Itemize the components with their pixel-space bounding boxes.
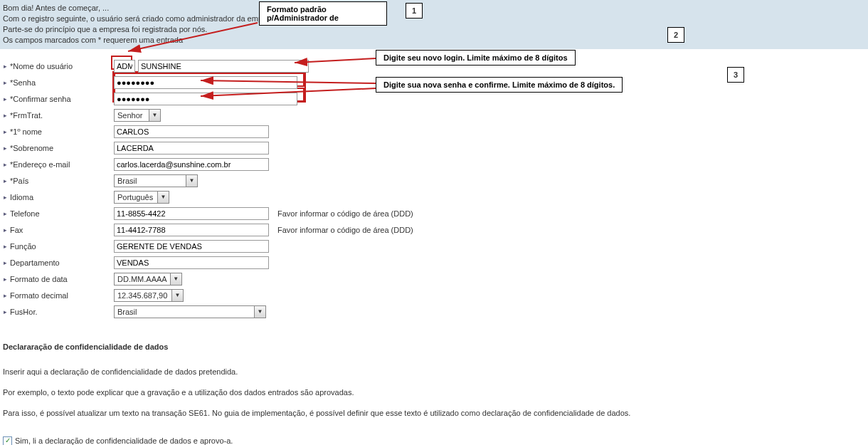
dropdown-icon: ▼ [157,192,169,203]
label-country: *País [7,177,114,185]
department-input[interactable] [114,256,269,269]
label-language: Idioma [7,193,114,201]
fax-hint: Favor informar o código de área (DDD) [277,226,413,234]
accept-checkbox[interactable]: ✓ [3,436,12,445]
language-value: Português [115,193,157,201]
function-input[interactable] [114,240,269,253]
phone-input[interactable] [114,207,269,220]
dropdown-icon: ▼ [149,110,160,121]
dropdown-icon: ▼ [170,273,181,285]
decimalformat-select[interactable]: 12.345.687,90 ▼ [114,289,184,302]
username-prefix-input[interactable] [114,60,135,73]
label-decimalformat: Formato decimal [7,291,114,300]
firstname-input[interactable] [114,125,269,138]
declaration-title: Declararação de confidencialidade de dad… [3,340,865,355]
label-confirm: *Confirmar senha [7,95,114,103]
country-select[interactable]: Brasil ▼ [114,174,198,187]
accept-label: Sim, li a declaração de confidencialidad… [15,436,233,445]
timezone-value: Brasil [115,308,254,316]
confirm-password-input[interactable] [114,93,297,105]
label-lastname: *Sobrenome [7,144,114,152]
dateformat-value: DD.MM.AAAA [115,275,170,283]
intro-line-2: Com o registro seguinte, o usuário será … [3,14,865,24]
label-timezone: FusHor. [7,308,114,316]
password-input[interactable] [114,76,297,89]
label-function: Função [7,242,114,251]
declaration-p1: Inserir aqui a declaração de confidencia… [3,365,865,379]
label-department: Departamento [7,258,114,267]
callout-text-2: Digite seu novo login. Limite máximo de … [376,50,576,66]
label-dateformat: Formato de data [7,275,114,283]
callout-number-3: 3 [727,67,744,83]
label-firstname: *1º nome [7,127,114,136]
frmtrat-select[interactable]: Senhor ▼ [114,109,161,122]
intro-line-3: Parte-se do princípio que a empresa foi … [3,24,865,35]
intro-header: Bom dia! Antes de começar, ... Com o reg… [0,0,868,49]
callout-number-2: 2 [667,27,684,43]
dropdown-icon: ▼ [254,306,265,318]
label-email: *Endereço e-mail [7,160,114,169]
intro-line-4: Os campos marcados com * requerem uma en… [3,35,865,46]
email-input[interactable] [114,158,269,171]
declaration-p2: Por exemplo, o texto pode explicar que a… [3,385,865,400]
username-input[interactable] [138,60,309,73]
phone-hint: Favor informar o código de área (DDD) [277,209,413,218]
label-frmtrat: *FrmTrat. [7,111,114,120]
language-select[interactable]: Português ▼ [114,191,169,204]
declaration-section: Declararação de confidencialidade de dad… [0,320,868,432]
callout-text-3: Digite sua nova senha e confirme. Limite… [376,77,623,93]
declaration-p3: Para isso, é possível atualizar um texto… [3,406,865,421]
country-value: Brasil [115,177,186,185]
dropdown-icon: ▼ [171,290,183,301]
dropdown-icon: ▼ [186,175,197,187]
frmtrat-value: Senhor [115,111,149,120]
label-fax: Fax [7,226,114,234]
label-phone: Telefone [7,209,114,218]
fax-input[interactable] [114,224,269,236]
label-username: *Nome do usuário [7,62,114,70]
lastname-input[interactable] [114,142,269,155]
label-password: *Senha [7,78,114,87]
callout-number-1: 1 [406,3,423,19]
intro-line-1: Bom dia! Antes de começar, ... [3,3,865,14]
dateformat-select[interactable]: DD.MM.AAAA ▼ [114,273,182,286]
callout-text-1: Formato padrão p/Administrador de [259,1,387,26]
check-icon: ✓ [5,437,11,444]
decimalformat-value: 12.345.687,90 [115,291,171,300]
timezone-select[interactable]: Brasil ▼ [114,305,266,318]
